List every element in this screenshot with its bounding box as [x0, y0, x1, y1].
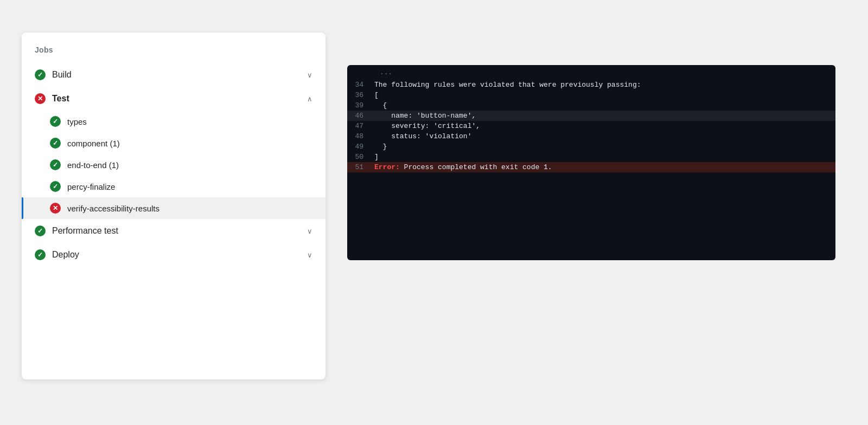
performance-test-label: Performance test: [52, 226, 303, 236]
build-chevron: ∨: [307, 71, 312, 79]
line-number-47: 47: [347, 122, 374, 130]
code-line-47: 47 severity: 'critical',: [347, 121, 835, 131]
error-label: Error:: [374, 163, 400, 171]
job-subitem-percy-finalize[interactable]: percy-finalize: [22, 176, 326, 197]
deploy-status-icon: [35, 249, 46, 260]
code-truncated: ...: [347, 65, 835, 80]
line-content-49: }: [374, 143, 835, 151]
code-panel: ... 34 The following rules were violated…: [347, 65, 835, 260]
job-subitem-verify-accessibility[interactable]: verify-accessibility-results: [22, 197, 326, 219]
line-content-50: ]: [374, 153, 835, 161]
line-number-51: 51: [347, 163, 374, 171]
test-label: Test: [52, 94, 303, 104]
percy-finalize-status-icon: [50, 181, 61, 192]
job-item-test[interactable]: Test ∧: [22, 87, 326, 111]
line-content-47: severity: 'critical',: [374, 122, 835, 130]
code-line-39: 39 {: [347, 100, 835, 111]
performance-test-chevron: ∨: [307, 227, 312, 235]
component-status-icon: [50, 138, 61, 149]
test-chevron: ∧: [307, 95, 312, 103]
performance-test-status-icon: [35, 226, 46, 236]
line-content-51: Error: Process completed with exit code …: [374, 163, 835, 171]
component-label: component (1): [67, 139, 312, 148]
job-subitem-end-to-end[interactable]: end-to-end (1): [22, 154, 326, 176]
line-number-50: 50: [347, 153, 374, 161]
types-label: types: [67, 117, 312, 126]
job-subitem-component[interactable]: component (1): [22, 132, 326, 154]
error-text: Process completed with exit code 1.: [400, 163, 552, 171]
code-line-51: 51 Error: Process completed with exit co…: [347, 162, 835, 172]
code-line-48: 48 status: 'violation': [347, 131, 835, 141]
build-status-icon: [35, 69, 46, 80]
line-number-36: 36: [347, 91, 374, 99]
percy-finalize-label: percy-finalize: [67, 182, 312, 191]
job-subitem-types[interactable]: types: [22, 111, 326, 132]
deploy-label: Deploy: [52, 250, 303, 260]
line-content-48: status: 'violation': [374, 132, 835, 140]
line-number-48: 48: [347, 132, 374, 140]
verify-accessibility-label: verify-accessibility-results: [67, 204, 312, 213]
line-content-39: {: [374, 101, 835, 110]
code-line-36: 36 [: [347, 90, 835, 100]
code-line-50: 50 ]: [347, 152, 835, 162]
code-line-34: 34 The following rules were violated tha…: [347, 80, 835, 90]
line-content-34: The following rules were violated that w…: [374, 81, 835, 89]
end-to-end-label: end-to-end (1): [67, 160, 312, 170]
deploy-chevron: ∨: [307, 251, 312, 259]
line-number-39: 39: [347, 101, 374, 110]
code-line-49: 49 }: [347, 141, 835, 152]
line-content-36: [: [374, 91, 835, 99]
jobs-title: Jobs: [22, 46, 326, 63]
line-number-34: 34: [347, 81, 374, 89]
jobs-panel: Jobs Build ∨ Test ∧ types component (1) …: [22, 33, 326, 379]
line-number-46: 46: [347, 112, 374, 120]
types-status-icon: [50, 116, 61, 127]
job-item-build[interactable]: Build ∨: [22, 63, 326, 87]
job-item-performance-test[interactable]: Performance test ∨: [22, 219, 326, 243]
build-label: Build: [52, 70, 303, 80]
end-to-end-status-icon: [50, 159, 61, 170]
code-line-46: 46 name: 'button-name',: [347, 111, 835, 121]
job-item-deploy[interactable]: Deploy ∨: [22, 243, 326, 267]
verify-accessibility-status-icon: [50, 203, 61, 214]
test-status-icon: [35, 93, 46, 104]
line-content-46: name: 'button-name',: [374, 112, 835, 120]
line-number-49: 49: [347, 143, 374, 151]
